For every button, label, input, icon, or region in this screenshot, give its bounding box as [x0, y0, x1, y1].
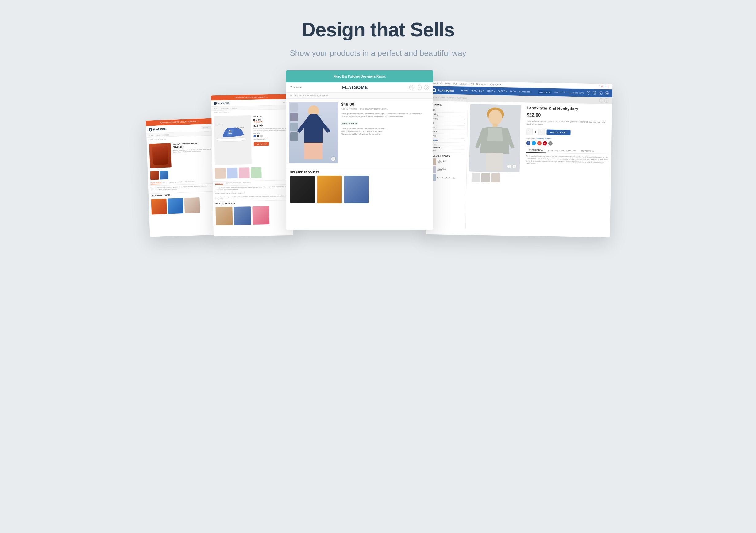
- rt-newsletter-link[interactable]: Newsletter: [476, 83, 486, 86]
- rt-gp-share-icon[interactable]: g+: [537, 141, 542, 145]
- rt-qty-minus[interactable]: −: [526, 129, 532, 135]
- ml-size-label: Size: Choose an option: [254, 138, 289, 140]
- ml-thumb-1: [215, 168, 226, 179]
- ml-tab-desc[interactable]: DESCRIPTION: [215, 183, 223, 185]
- rt-rv-item-3[interactable]: Osaka Entry Tee Superdry: [429, 174, 464, 182]
- rt-tab-reviews[interactable]: REVIEWS (0): [579, 149, 597, 154]
- ct-related-section: RELATED PRODUCTS: [286, 168, 433, 206]
- rt-contact-link[interactable]: Contact: [460, 83, 467, 85]
- rt-prev-thumb-btn[interactable]: ‹: [507, 164, 511, 168]
- rt-rv-details-1: Patient Ninja $35,00: [438, 160, 464, 164]
- bl-desc-tab-description[interactable]: DESCRIPTION: [150, 182, 161, 184]
- ml-swatch-grey[interactable]: [260, 135, 263, 138]
- ct-thumb-4[interactable]: [290, 133, 298, 141]
- rt-tab-additional[interactable]: ADDITIONAL INFORMATION: [546, 148, 579, 154]
- ml-price: $29,00: [254, 123, 289, 127]
- rt-nav-features[interactable]: FEATURES ▾: [471, 89, 484, 92]
- bl-desc-tab-additional[interactable]: ADDITIONAL INFORMATION: [163, 181, 183, 184]
- rt-social-ig-icon[interactable]: ◎: [601, 85, 603, 88]
- bl-desc-tab-reviews[interactable]: REVIEWS (0): [185, 181, 194, 183]
- rt-tw-share-icon[interactable]: t: [532, 141, 536, 145]
- ml-swatch-blue[interactable]: [254, 135, 256, 138]
- ml-thumb-2: [227, 168, 238, 179]
- rt-qty-val[interactable]: 1: [532, 129, 539, 135]
- rt-nav-shop[interactable]: SHOP ▾: [487, 90, 495, 92]
- screenshot-center: Fluro Big Pullover Designers Remix ☰ MEN…: [286, 70, 433, 230]
- ct-bag-icon[interactable]: ◎: [424, 85, 429, 90]
- rt-nav-pages[interactable]: PAGES ▾: [498, 90, 507, 93]
- ct-breadcrumb: HOME / SHOP / WOMEN / SWEATERS: [286, 92, 433, 99]
- rt-cat-sweaters[interactable]: Sweaters: [536, 138, 544, 139]
- rt-nav-elements[interactable]: ELEMENTS: [519, 90, 531, 93]
- rt-desc-tabs-row: DESCRIPTION ADDITIONAL INFORMATION REVIE…: [526, 148, 608, 155]
- ct-thumb-3[interactable]: [290, 123, 298, 131]
- ct-search-icon[interactable]: ⌕: [417, 85, 421, 90]
- bl-thumb-2: [160, 171, 169, 180]
- rt-sub-tops[interactable]: Tops: [430, 149, 464, 153]
- rt-pt-2[interactable]: [481, 173, 490, 182]
- ct-menu[interactable]: ☰ MENU: [290, 86, 301, 89]
- ct-long-desc: Lorem ipsum dolor sit amet, consectetur …: [341, 127, 429, 136]
- rt-prev-btn[interactable]: ‹: [599, 98, 603, 103]
- ct-icons: ♡ ⌕ ◎: [409, 85, 429, 90]
- rt-nav-home[interactable]: HOME: [461, 89, 468, 92]
- rt-blog-link[interactable]: Blog: [453, 83, 457, 85]
- ml-body-text: Lorem ipsum dolor sit amet, consectetur …: [213, 185, 293, 201]
- rt-social-tw-icon[interactable]: t: [605, 85, 605, 88]
- bl-logo-icon: ◆: [148, 128, 152, 131]
- ml-tab-add[interactable]: ADDITIONAL INFORMATION: [225, 182, 241, 185]
- rt-nav-items: HOME FEATURES ▾ SHOP ▾ PAGES ▾ BLOG ELEM…: [461, 89, 530, 93]
- rt-faq-link[interactable]: FAQ: [470, 83, 474, 85]
- rt-cat-women[interactable]: Women: [545, 138, 551, 140]
- rt-ig-icon[interactable]: ◎: [593, 91, 596, 95]
- ct-related-items: [290, 176, 429, 203]
- ct-related-title: RELATED PRODUCTS: [290, 171, 429, 174]
- ml-thumb-4: [251, 167, 262, 178]
- rt-contact-btn[interactable]: ✉ CONTACT: [538, 90, 551, 94]
- rt-tw-icon[interactable]: t: [599, 91, 603, 95]
- rt-rv-item-2[interactable]: Happy Ninja $18,00: [429, 166, 464, 174]
- rt-product-image-svg: [469, 104, 521, 172]
- rt-tab-description[interactable]: DESCRIPTION: [526, 148, 546, 153]
- rt-desc-body: Tumblr post-ironic typewriter, sriracha …: [526, 155, 608, 166]
- rt-qty-plus[interactable]: +: [539, 129, 544, 135]
- ml-color-label: Color: Blue: [254, 132, 289, 134]
- ml-swatch-black[interactable]: [257, 135, 259, 138]
- rt-product-price: $22,00: [526, 112, 608, 119]
- rt-next-thumb-btn[interactable]: ›: [512, 165, 516, 169]
- ml-ri-3: [252, 206, 269, 225]
- rt-pt-1[interactable]: [472, 173, 480, 182]
- ct-thumb-1[interactable]: [290, 103, 298, 112]
- rt-fb-share-icon[interactable]: f: [526, 141, 530, 145]
- rt-social-pin-icon[interactable]: P: [607, 85, 609, 88]
- rt-pi-share-icon[interactable]: P: [543, 141, 547, 146]
- rt-bc-shop[interactable]: SHOP: [440, 97, 445, 98]
- rt-stores-link[interactable]: Our Stores: [440, 82, 450, 85]
- rt-next-btn[interactable]: ›: [604, 98, 608, 103]
- ct-thumb-2[interactable]: [290, 113, 298, 121]
- rt-languages-link[interactable]: Languages ▾: [489, 83, 502, 86]
- rt-product-desc: Marfa authentic High Life veniam. Tumblr…: [526, 120, 608, 127]
- rt-rss-icon[interactable]: ◉: [605, 91, 609, 95]
- ml-tab-rev[interactable]: REVIEWS (0): [243, 182, 251, 184]
- ct-ri-1: [290, 176, 315, 203]
- ct-expand-btn[interactable]: ⤢: [331, 156, 336, 161]
- ct-cart-icon[interactable]: ♡: [409, 85, 414, 90]
- bl-product-desc: Real you probably haven't heard of them …: [173, 148, 212, 153]
- ml-add-btn[interactable]: ADD TO CART: [254, 142, 269, 146]
- rt-bc-sweaters[interactable]: SWEATERS: [457, 97, 467, 99]
- bl-related-item-1: [151, 199, 167, 215]
- rt-add-to-cart-btn[interactable]: ADD TO CART: [547, 129, 570, 135]
- rt-em-share-icon[interactable]: ✉: [548, 141, 553, 146]
- rt-bc-nav-arrows: ‹ ›: [599, 98, 608, 103]
- rt-topbar-links: About Our Stores Blog Contact FAQ Newsle…: [432, 82, 501, 86]
- rt-logo-inner: [433, 89, 435, 91]
- rt-product-info: Lenox Star Knit Hunkydory $22,00 Marfa a…: [521, 102, 612, 231]
- rt-nav-blog[interactable]: BLOG: [510, 90, 516, 92]
- rt-pt-3[interactable]: [491, 173, 500, 182]
- rt-fb-icon[interactable]: f: [587, 91, 590, 95]
- bl-search-bar: Search...: [201, 126, 211, 129]
- rt-bc-women[interactable]: WOMEN: [447, 97, 455, 99]
- rt-social-fb-icon[interactable]: f: [599, 85, 600, 88]
- rt-rv-item-1[interactable]: Patient Ninja $35,00: [430, 158, 464, 165]
